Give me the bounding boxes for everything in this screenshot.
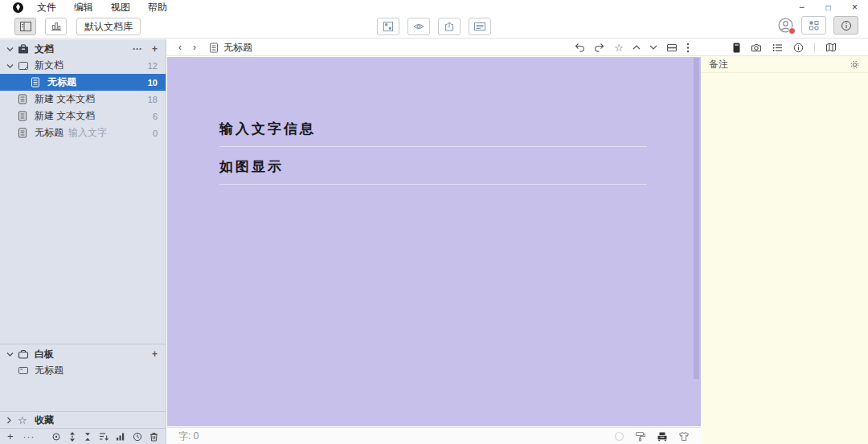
- document-icon: [18, 94, 31, 104]
- editor-tab-bar: ‹ › 无标题 ☆: [167, 39, 701, 56]
- board-icon: [18, 366, 31, 375]
- library-label: 默认文档库: [84, 20, 133, 34]
- tree-item-folder[interactable]: 新文档 12: [0, 57, 166, 74]
- library-selector-button[interactable]: 默认文档库: [76, 18, 141, 35]
- whiteboard-item-label: 无标题: [35, 364, 63, 377]
- focus-mode-button[interactable]: [407, 18, 430, 35]
- split-view-icon[interactable]: [666, 43, 678, 52]
- toolbar-center-group: [377, 18, 491, 35]
- menu-view[interactable]: 视图: [102, 0, 139, 14]
- add-whiteboard-icon[interactable]: +: [152, 348, 158, 360]
- sidebar-toggle-icon: [19, 21, 32, 32]
- info-panel-button[interactable]: [833, 16, 858, 35]
- editor-tab-actions: ☆: [574, 42, 690, 54]
- grid-icon: [809, 20, 820, 31]
- chevron-down-icon[interactable]: [6, 352, 18, 356]
- history-back-button[interactable]: ‹: [178, 42, 193, 53]
- document-icon: [31, 77, 43, 88]
- undo-icon[interactable]: [574, 43, 585, 52]
- more-options-icon[interactable]: ···: [133, 43, 142, 55]
- info-icon: [841, 20, 852, 31]
- documents-section: 文档 ··· + 新文档 12: [0, 39, 166, 344]
- add-document-icon[interactable]: +: [152, 43, 158, 55]
- sort-icon[interactable]: [99, 432, 108, 441]
- close-button[interactable]: ×: [841, 0, 868, 14]
- tree-item[interactable]: 新建 文本文档 18: [0, 91, 166, 108]
- expand-all-icon[interactable]: [68, 432, 76, 442]
- word-count-badge: 12: [148, 61, 158, 71]
- typewriter-theme-icon[interactable]: [657, 431, 668, 442]
- favorite-star-icon[interactable]: ☆: [614, 42, 624, 54]
- layout-grid-button[interactable]: [801, 16, 826, 35]
- word-count-badge: 6: [153, 112, 158, 121]
- theme-shirt-icon[interactable]: [678, 431, 690, 442]
- map-tab-icon[interactable]: [825, 43, 837, 52]
- maximize-button[interactable]: □: [815, 0, 841, 14]
- info-tab-icon[interactable]: [793, 43, 804, 53]
- favorites-section-label: 收藏: [35, 413, 54, 427]
- tree-item-label: 新建 文本文档: [35, 92, 95, 106]
- export-button[interactable]: [438, 18, 461, 35]
- redo-icon[interactable]: [594, 43, 605, 52]
- statistics-button[interactable]: [45, 18, 67, 35]
- app-logo-icon: [13, 2, 23, 13]
- chevron-down-icon[interactable]: [649, 45, 657, 50]
- history-clock-icon[interactable]: [133, 432, 142, 442]
- toolbar-right-group: [777, 16, 858, 35]
- export-icon: [444, 21, 455, 32]
- notes-icon-bar: [701, 39, 868, 56]
- toggle-sidebar-button[interactable]: [14, 18, 36, 35]
- paint-roller-icon[interactable]: [635, 431, 646, 442]
- editor-line[interactable]: 输入文字信息: [219, 120, 647, 147]
- camera-tab-icon[interactable]: [751, 43, 762, 52]
- notebook-tab-icon[interactable]: [733, 43, 740, 53]
- history-forward-button[interactable]: ›: [193, 42, 207, 53]
- tree-item[interactable]: 新建 文本文档 6: [0, 108, 166, 124]
- tree-item-selected[interactable]: 无标题 10: [0, 74, 166, 91]
- title-bar: 文件 编辑 视图 帮助 − □ ×: [0, 0, 868, 14]
- tree-item-label: 新文档: [35, 59, 63, 72]
- word-count-label: 字: 0: [178, 430, 199, 443]
- notes-title: 备注: [709, 58, 728, 71]
- notes-editor-area[interactable]: [701, 74, 868, 444]
- chevron-down-icon[interactable]: [6, 47, 18, 51]
- archive-icon: [18, 44, 31, 54]
- compact-mode-button[interactable]: [377, 18, 399, 35]
- notes-settings-gear-icon[interactable]: [850, 59, 860, 70]
- document-icon: [18, 128, 31, 138]
- menu-edit[interactable]: 编辑: [65, 0, 102, 14]
- folder-doc-icon: [18, 61, 31, 71]
- chevron-right-icon[interactable]: [6, 417, 18, 424]
- statistics-chart-icon[interactable]: [116, 432, 125, 441]
- whiteboard-section-header[interactable]: 白板 +: [0, 346, 166, 362]
- sync-status-icon: [614, 431, 624, 442]
- chevron-down-icon[interactable]: [6, 63, 18, 68]
- documents-section-header[interactable]: 文档 ··· +: [0, 41, 166, 57]
- editor-canvas[interactable]: 输入文字信息 如图显示: [167, 57, 701, 426]
- tree-item[interactable]: 无标题 输入文字 0: [0, 124, 166, 141]
- main-area: 文档 ··· + 新文档 12: [0, 39, 868, 444]
- locate-current-icon[interactable]: [51, 432, 61, 442]
- menu-help[interactable]: 帮助: [139, 0, 176, 14]
- whiteboard-section: 白板 + 无标题: [0, 344, 166, 411]
- editor-line[interactable]: 如图显示: [219, 157, 647, 185]
- editor-status-bar: 字: 0: [167, 427, 701, 444]
- account-button[interactable]: [777, 17, 794, 34]
- editor-pane: ‹ › 无标题 ☆: [167, 39, 701, 444]
- trash-icon[interactable]: [149, 432, 158, 442]
- outline-list-tab-icon[interactable]: [772, 43, 783, 52]
- minimize-button[interactable]: −: [788, 0, 815, 14]
- kebab-menu-icon[interactable]: [686, 43, 690, 53]
- typewriter-mode-button[interactable]: [469, 18, 491, 35]
- whiteboard-item[interactable]: 无标题: [0, 362, 166, 379]
- sidebar: 文档 ··· + 新文档 12: [0, 39, 166, 444]
- chevron-up-icon[interactable]: [633, 45, 641, 50]
- menu-file[interactable]: 文件: [28, 0, 65, 14]
- document-icon: [18, 111, 31, 121]
- add-item-button[interactable]: +: [7, 431, 14, 442]
- favorites-section-header[interactable]: ☆ 收藏: [0, 412, 166, 428]
- editor-scrollbar[interactable]: [694, 58, 699, 379]
- tree-item-label: 无标题: [47, 75, 76, 89]
- more-actions-button[interactable]: ···: [23, 432, 35, 442]
- collapse-all-icon[interactable]: [84, 432, 92, 442]
